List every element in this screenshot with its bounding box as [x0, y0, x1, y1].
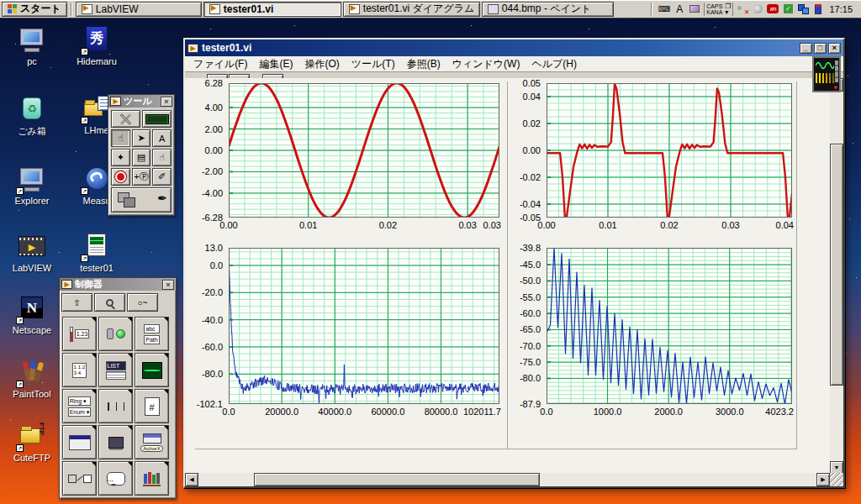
activex-controls[interactable]: ActiveX [135, 425, 169, 459]
subpalette-arrow-icon [92, 426, 96, 430]
up-level-button[interactable]: ⇧ [61, 293, 92, 312]
start-button[interactable]: スタート [2, 2, 67, 17]
vertical-scrollbar[interactable]: ▲ ▼ [830, 78, 843, 475]
desktop-icon-Explorer[interactable]: ↗Explorer [0, 166, 64, 206]
numeric-controls[interactable]: 1.23 [62, 317, 97, 351]
user-controls[interactable]: ... [98, 461, 133, 496]
window-titlebar[interactable]: ▶ tester01.vi _ □ × [185, 39, 843, 56]
tray-separator [651, 3, 652, 16]
network-icon[interactable] [797, 3, 809, 14]
menu-item-6[interactable]: ウィンドウ(W) [447, 56, 526, 72]
menu-item-2[interactable]: 編集(E) [254, 56, 298, 72]
list-table-controls[interactable]: LIST [98, 353, 133, 387]
taskbar-task-4[interactable]: 044.bmp - ペイント [482, 2, 614, 17]
io-controls[interactable] [98, 389, 133, 423]
vertical-scroll-thumb[interactable] [830, 144, 843, 386]
resize-grip[interactable] [830, 473, 843, 486]
x-tick-label: 0.02 [644, 220, 695, 230]
computer-icon [20, 168, 43, 185]
palette-icon[interactable] [689, 3, 700, 14]
task-label: 044.bmp - ペイント [502, 2, 592, 16]
y-tick-label: -60.0 [192, 342, 223, 352]
close-icon[interactable]: × [162, 280, 174, 290]
led-display[interactable] [142, 110, 172, 128]
taskbar-task-2[interactable]: ▶tester01.vi [203, 2, 341, 17]
ring-enum-controls[interactable]: Ring ▾Enum ▾ [62, 389, 97, 423]
close-icon[interactable]: × [161, 97, 172, 107]
subpalette-arrow-icon [164, 462, 168, 466]
auto-tool-select[interactable] [111, 110, 140, 128]
operate-value-tool[interactable]: ☝ [111, 129, 130, 147]
select-control[interactable] [135, 461, 169, 496]
menu-item-4[interactable]: ツール(T) [346, 56, 400, 72]
notes-icon[interactable]: ✓ [782, 3, 794, 14]
desktop-icon-CuteFTP[interactable]: FTP↗CuteFTP [0, 423, 64, 463]
x-tick-label: 4023.2 [733, 407, 794, 417]
desktop-icon-pc[interactable]: pc [0, 27, 64, 66]
connect-wire-tool[interactable]: ✦ [111, 149, 130, 166]
edit-text-tool[interactable]: A [152, 129, 172, 147]
menu-item-5[interactable]: 参照(B) [402, 56, 446, 72]
probe-tool[interactable]: +Ⓟ [132, 168, 151, 186]
taskbar-task-1[interactable]: ▶LabVIEW [76, 2, 202, 17]
decorations[interactable] [62, 461, 97, 496]
graph-controls[interactable] [135, 353, 169, 387]
windows-logo-icon [8, 4, 17, 13]
search-button[interactable] [94, 293, 125, 312]
x-tick-label: 0.00 [521, 220, 572, 230]
tools-grid: ☝➤A✦▤☝+Ⓟ✐✒ [108, 108, 174, 215]
options-button[interactable]: ○~ [127, 293, 158, 312]
tools-palette: ▶ ツール × ☝➤A✦▤☝+Ⓟ✐✒ [108, 94, 175, 216]
get-color-tool[interactable]: ✐ [152, 168, 172, 186]
graph-voltage-spectrum[interactable]: 13.00.0-20.0-40.0-60.0-80.0-102.10.02000… [192, 298, 504, 471]
task-label: LabVIEW [96, 3, 139, 15]
horizontal-scroll-thumb[interactable] [254, 473, 540, 486]
classic-controls[interactable] [98, 425, 133, 459]
array-cluster-controls[interactable]: 1 1 23 4 [62, 353, 97, 387]
tools-palette-titlebar[interactable]: ▶ ツール × [108, 95, 174, 108]
desktop-icon-Netscape[interactable]: N↗Netscape [0, 296, 64, 335]
taskbar-task-3[interactable]: ▶tester01.vi ダイアグラム [343, 2, 480, 17]
y-tick-label: -20.0 [192, 287, 223, 297]
desktop-icon-PaintTool[interactable]: ↗PaintTool [0, 360, 64, 399]
breakpoint-tool[interactable] [111, 168, 130, 186]
clock[interactable]: 17:15 [827, 4, 858, 14]
scroll-tool[interactable]: ☝ [152, 149, 172, 166]
controls-palette-titlebar[interactable]: ▶ 制御器 × [60, 278, 176, 291]
refnum-controls[interactable]: # [135, 389, 169, 423]
scroll-right-icon[interactable]: ▶ [816, 473, 830, 486]
desktop-icon-LabVIEW[interactable]: ▶LabVIEW [0, 234, 64, 273]
users-offline-icon[interactable] [737, 3, 748, 14]
desktop-icon-ごみ箱[interactable]: ♻ごみ箱 [0, 96, 64, 138]
object-menu-tool[interactable]: ▤ [132, 149, 151, 166]
desktop-icon-Hidemaru[interactable]: 秀↗Hidemaru [65, 27, 129, 66]
menu-item-7[interactable]: ヘルプ(H) [526, 56, 582, 72]
menu-item-3[interactable]: 操作(O) [299, 56, 344, 72]
shortcut-arrow-icon: ↗ [16, 317, 24, 324]
close-button[interactable]: × [828, 43, 841, 54]
labview-vi-icon: ▶ [82, 4, 92, 14]
battery-icon[interactable] [812, 3, 824, 14]
string-path-controls[interactable]: abcPath [135, 317, 169, 351]
position-select-tool[interactable]: ➤ [132, 129, 151, 147]
maximize-button[interactable]: □ [814, 43, 827, 54]
minimize-button[interactable]: _ [800, 43, 812, 54]
y-tick-label: -2.00 [192, 166, 223, 176]
ime-a-icon[interactable]: A [673, 3, 685, 14]
netscape-icon: N [21, 297, 43, 318]
menu-item-1[interactable]: ファイル(F) [188, 56, 252, 72]
keyboard-icon[interactable]: ⌨ [658, 3, 670, 14]
paint-icon [488, 4, 499, 14]
dialog-controls[interactable] [62, 425, 97, 459]
set-color-tool[interactable]: ✒ [111, 187, 172, 213]
graph-current-spectrum[interactable]: -39.8-45.0-50.0-55.0-60.0-65.0-70.0-75.0… [513, 298, 799, 471]
ime-status[interactable]: CAPS KANA ❐▾ [704, 3, 733, 16]
volume-icon[interactable] [752, 3, 763, 14]
desktop-icon-tester01[interactable]: ↗tester01 [65, 234, 129, 273]
ati-icon[interactable]: ATI [767, 3, 779, 14]
boolean-controls[interactable] [98, 317, 133, 351]
y-tick-label: -45.0 [513, 260, 541, 270]
horizontal-scrollbar[interactable]: ◀ ▶ [185, 473, 830, 486]
subpalette-arrow-icon [92, 318, 96, 322]
scroll-left-icon[interactable]: ◀ [185, 473, 198, 486]
